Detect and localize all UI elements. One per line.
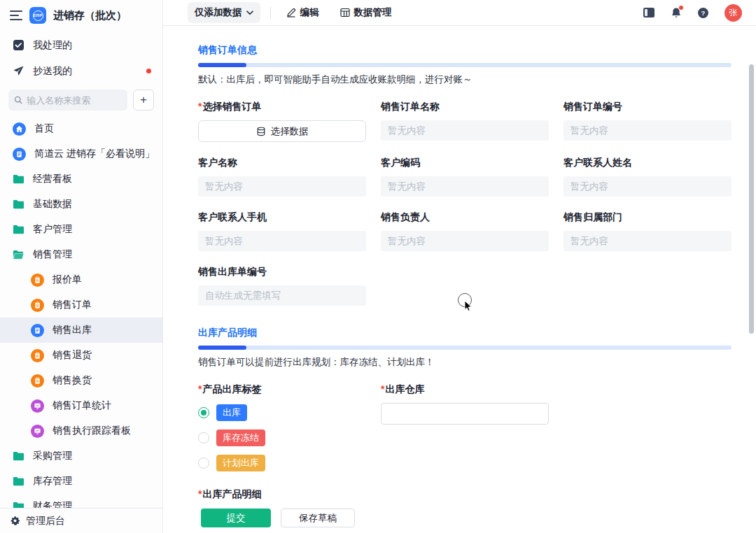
search-icon (14, 95, 22, 105)
tasks-check-icon (13, 39, 24, 51)
sidebar-item-label: 销售执行跟踪看板 (52, 425, 131, 437)
submit-button[interactable]: 提交 (201, 509, 271, 527)
plus-icon: + (140, 93, 147, 107)
form-icon (31, 273, 44, 287)
field-sales-dept: 销售归属部门 (564, 211, 732, 251)
save-draft-button[interactable]: 保存草稿 (281, 509, 355, 527)
sidebar-item-customer-group[interactable]: 客户管理 (0, 217, 162, 242)
field-customer-name: 客户名称 (198, 157, 366, 197)
notification-dot (678, 5, 684, 10)
edit-button[interactable]: 编辑 (281, 2, 325, 23)
sidebar-item-label: 销售退货 (52, 349, 92, 362)
select-data-button[interactable]: 选择数据 (198, 120, 366, 142)
mode-dropdown-label: 仅添加数据 (195, 6, 242, 19)
section-progress-bar (198, 346, 732, 350)
sidebar-item-sales-group[interactable]: 销售管理 (0, 242, 162, 267)
avatar-text: 张 (729, 7, 738, 19)
order-no-input[interactable] (564, 120, 732, 141)
sidebar-item-cc-to-me[interactable]: 抄送我的 (0, 58, 162, 84)
sidebar-item-inventory-group[interactable]: 库存管理 (0, 469, 162, 494)
user-avatar[interactable]: 张 (724, 4, 742, 22)
doc-icon (13, 148, 26, 161)
notifications-button[interactable] (671, 7, 682, 19)
sidebar-item-home[interactable]: 首页 (0, 116, 162, 141)
tag-badge: 计划出库 (216, 455, 265, 471)
sidebar-item-sales-tracking-board[interactable]: 销售执行跟踪看板 (0, 418, 162, 443)
sidebar-item-base-data-group[interactable]: 基础数据 (0, 192, 162, 217)
vertical-scrollbar[interactable] (749, 64, 754, 334)
radio-icon[interactable] (198, 432, 209, 443)
sidebar-item-label: 客户管理 (33, 223, 72, 236)
contact-phone-input[interactable] (198, 231, 366, 251)
main-area: 仅添加数据 编辑 数据管理 ? 张 销售订单信息 (163, 0, 756, 533)
svg-text:?: ? (701, 9, 706, 17)
help-button[interactable]: ? (697, 7, 709, 19)
sidebar-item-quotation[interactable]: 报价单 (0, 267, 162, 292)
sidebar-item-sales-return[interactable]: 销售退货 (0, 343, 162, 368)
search-input[interactable] (27, 95, 122, 106)
field-label: 出库仓库 (381, 383, 549, 396)
field-contact-phone: 客户联系人手机 (198, 211, 366, 251)
section-title-outbound-detail: 出库产品明细 (198, 327, 732, 339)
add-app-button[interactable]: + (133, 90, 154, 111)
outbound-no-input[interactable] (198, 285, 366, 306)
sidebar-item-admin-console[interactable]: 管理后台 (0, 508, 162, 533)
warehouse-input[interactable] (381, 403, 549, 425)
field-label: 销售订单编号 (564, 101, 732, 113)
sidebar-item-finance-group[interactable]: 财务管理 (0, 494, 162, 508)
collapse-panel-button[interactable] (643, 7, 655, 18)
edit-button-label: 编辑 (300, 6, 319, 19)
database-icon (256, 127, 266, 136)
sidebar-item-dashboard-group[interactable]: 经营看板 (0, 166, 162, 192)
sidebar-item-label: 抄送我的 (33, 65, 72, 78)
form-icon (31, 299, 44, 312)
sidebar-item-label: 首页 (34, 122, 54, 135)
sidebar-item-order-stats[interactable]: 销售订单统计 (0, 393, 162, 418)
sidebar-item-label: 销售出库 (52, 324, 92, 336)
field-label: 销售归属部门 (564, 211, 732, 224)
top-toolbar: 仅添加数据 编辑 数据管理 ? 张 (163, 0, 756, 26)
sidebar-item-sales-exchange[interactable]: 销售换货 (0, 368, 162, 393)
field-label: 选择销售订单 (198, 101, 366, 113)
radio-option-outbound[interactable]: 出库 (198, 404, 366, 421)
radio-option-freeze[interactable]: 库存冻结 (198, 429, 366, 446)
sidebar-item-my-tasks[interactable]: 我处理的 (0, 32, 162, 58)
mode-dropdown-button[interactable]: 仅添加数据 (188, 2, 260, 23)
field-customer-code: 客户编码 (381, 157, 549, 197)
select-data-label: 选择数据 (271, 125, 309, 138)
radio-icon[interactable] (198, 457, 209, 469)
field-label: 销售出库单编号 (198, 266, 366, 278)
field-outbound-tag: 产品出库标签 出库 库存冻结 计划出库 (198, 383, 366, 471)
contact-name-input[interactable] (564, 176, 732, 197)
sales-dept-input[interactable] (564, 231, 732, 251)
field-sales-owner: 销售负责人 (381, 211, 549, 251)
field-order-no: 销售订单编号 (564, 101, 732, 142)
send-icon (13, 65, 24, 77)
sidebar-item-sales-outbound[interactable]: 销售出库 (0, 318, 162, 343)
field-label: 出库产品明细 (198, 488, 732, 501)
folder-icon (13, 451, 24, 461)
sidebar-item-sales-order[interactable]: 销售订单 (0, 292, 162, 318)
sidebar-search[interactable] (8, 90, 127, 111)
data-management-label: 数据管理 (354, 6, 392, 19)
section-progress-bar (198, 63, 732, 67)
form-footer: 提交 保存草稿 (163, 507, 756, 533)
radio-selected-icon[interactable] (198, 407, 209, 418)
customer-code-input[interactable] (381, 176, 549, 197)
sidebar-item-guide[interactable]: 简道云 进销存「必看说明」 (0, 141, 162, 166)
tag-badge: 库存冻结 (216, 429, 265, 446)
form-content: 销售订单信息 默认：出库后，即可智能助手自动生成应收账款明细，进行对账～ 选择销… (163, 26, 756, 507)
sidebar-header: ERP 进销存（批次） (0, 3, 162, 28)
sales-owner-input[interactable] (381, 231, 549, 251)
customer-name-input[interactable] (198, 176, 366, 197)
field-label: 产品出库标签 (198, 383, 366, 396)
panel-icon (643, 7, 655, 18)
chart-icon (31, 399, 44, 413)
menu-icon[interactable] (10, 10, 22, 20)
radio-option-planned[interactable]: 计划出库 (198, 454, 366, 471)
data-management-button[interactable]: 数据管理 (335, 2, 398, 23)
folder-icon (13, 502, 24, 508)
order-name-input[interactable] (381, 120, 549, 141)
gear-icon (10, 516, 20, 526)
sidebar-item-purchase-group[interactable]: 采购管理 (0, 443, 162, 469)
